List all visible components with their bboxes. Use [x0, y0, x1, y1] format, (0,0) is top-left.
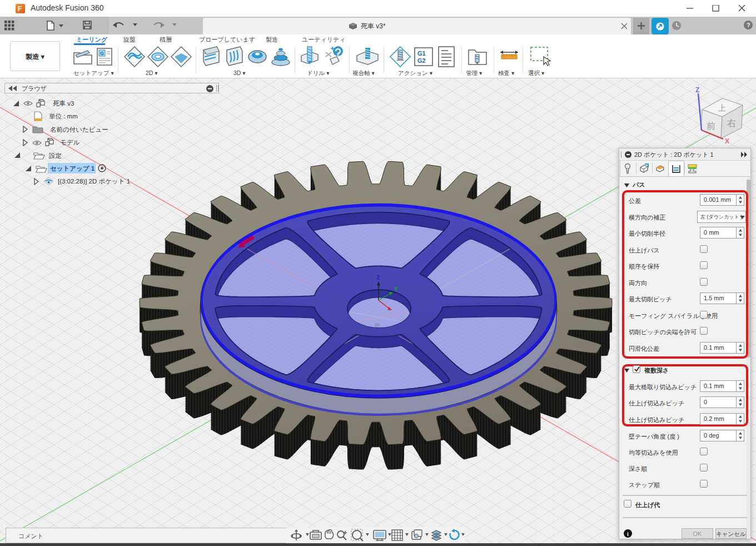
svg-text:i: i — [627, 531, 629, 537]
svg-text:∞: ∞ — [375, 320, 380, 329]
svg-text:?: ? — [747, 22, 750, 28]
svg-text:Z: Z — [695, 86, 699, 94]
svg-text:G2: G2 — [417, 57, 426, 64]
svg-text:F: F — [18, 5, 22, 13]
svg-text:Y: Y — [394, 286, 398, 292]
svg-text:X: X — [725, 137, 729, 145]
svg-text:右: 右 — [727, 118, 736, 128]
svg-text:Z: Z — [376, 275, 380, 281]
svg-text:上: 上 — [718, 103, 726, 112]
svg-text:G: G — [100, 51, 104, 56]
svg-text:前: 前 — [707, 121, 715, 131]
svg-text:G1: G1 — [417, 50, 426, 57]
